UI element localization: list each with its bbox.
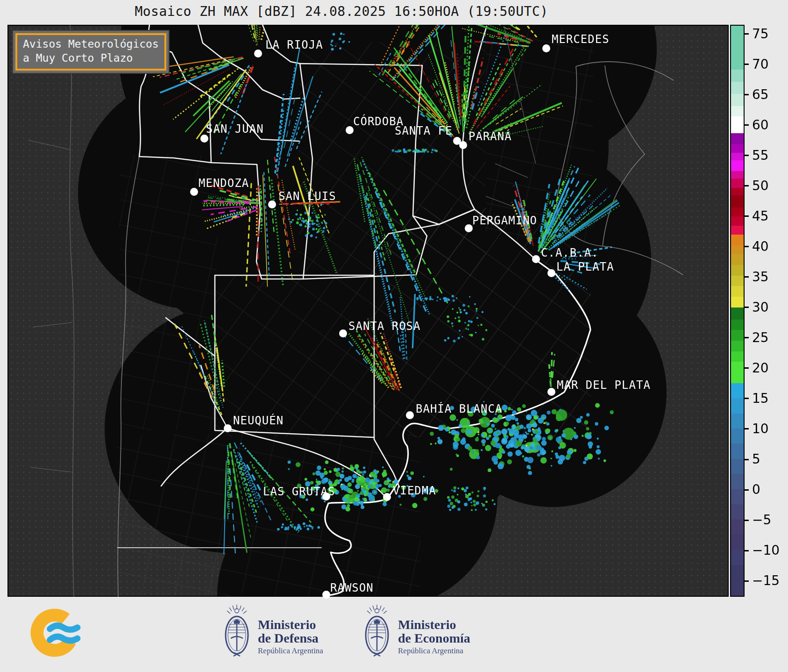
colorbar-segment [731, 383, 744, 398]
colorbar-segment [731, 414, 744, 429]
colorbar-segment [731, 116, 744, 133]
page-title: Mosaico ZH MAX [dBZ] 24.08.2025 16:50HOA… [7, 4, 675, 19]
colorbar-tick-label: 0 [752, 483, 760, 497]
colorbar-segment [731, 307, 744, 320]
colorbar-tick [745, 489, 749, 491]
dbz-colorbar [730, 25, 745, 597]
colorbar-tick-label: 65 [752, 88, 769, 102]
colorbar-tick-label: −10 [752, 543, 780, 558]
warnings-legend-line2: a Muy Corto Plazo [23, 51, 159, 65]
colorbar-segment [731, 265, 744, 276]
colorbar-tick-label: 50 [752, 179, 769, 193]
defensa-line1: Ministerio [258, 618, 323, 631]
colorbar-tick-label: 20 [752, 361, 769, 375]
colorbar-segment [731, 362, 744, 383]
colorbar-segment [731, 550, 744, 565]
colorbar-segment [731, 351, 744, 362]
economia-crest-icon [363, 604, 390, 661]
colorbar-segment [731, 320, 744, 330]
defensa-crest-icon [223, 604, 250, 661]
economia-line3: República Argentina [398, 646, 470, 656]
warnings-legend-box: Avisos Meteorológicos a Muy Corto Plazo [12, 30, 170, 74]
colorbar-segment [731, 297, 744, 307]
colorbar-tick-label: −15 [752, 574, 780, 588]
colorbar-segment [731, 443, 744, 458]
colorbar-tick [745, 94, 749, 95]
colorbar-tick [745, 124, 749, 126]
colorbar-segment [731, 429, 744, 443]
colorbar-segment [731, 474, 744, 489]
footer-logos: Servicio Meteorológico Nacional Argentin… [0, 598, 788, 672]
colorbar-tick-label: 55 [752, 149, 769, 163]
colorbar-tick [745, 33, 749, 35]
radar-coverage-layer [8, 26, 728, 596]
economia-line1: Ministerio [398, 618, 470, 631]
colorbar-segment [731, 171, 744, 179]
colorbar-segment [731, 226, 744, 235]
colorbar-tick-label: 45 [752, 209, 769, 223]
colorbar-tick [745, 459, 749, 460]
colorbar-segment [731, 235, 744, 245]
colorbar-tick [745, 398, 749, 399]
economia-text: Ministerio de Economía República Argenti… [398, 618, 470, 656]
colorbar-tick [745, 307, 749, 308]
colorbar-segment [731, 286, 744, 297]
colorbar-tick-label: 10 [752, 422, 769, 436]
colorbar-segment [731, 459, 744, 474]
colorbar-tick [745, 155, 749, 156]
colorbar-segment [731, 276, 744, 286]
colorbar-tick-label: 75 [752, 27, 769, 41]
colorbar-segment [731, 144, 744, 153]
colorbar-tick-label: −5 [752, 513, 771, 527]
colorbar-tick-label: 70 [752, 57, 769, 71]
colorbar-segment [731, 179, 744, 187]
colorbar-segment [731, 341, 744, 351]
colorbar-tick [745, 580, 749, 582]
colorbar-tick [745, 64, 749, 65]
colorbar-segment [731, 216, 744, 225]
colorbar-segment [731, 398, 744, 413]
colorbar-segment [731, 489, 744, 504]
colorbar-tick-label: 25 [752, 331, 769, 345]
colorbar-tick-label: 30 [752, 300, 769, 315]
warnings-legend-border: Avisos Meteorológicos a Muy Corto Plazo [15, 33, 166, 71]
colorbar-tick [745, 550, 749, 551]
colorbar-segment [731, 70, 744, 82]
colorbar-segment [731, 106, 744, 117]
colorbar-segment [731, 153, 744, 160]
defensa-line3: República Argentina [258, 646, 323, 656]
colorbar-segment [731, 160, 744, 171]
smn-logo-icon [30, 607, 82, 659]
colorbar-segment [731, 330, 744, 341]
colorbar-segment [731, 565, 744, 596]
colorbar-tick [745, 276, 749, 278]
colorbar-segment [731, 207, 744, 216]
warnings-legend-line1: Avisos Meteorológicos [23, 37, 159, 51]
colorbar-tick [745, 215, 749, 217]
colorbar-tick-label: 15 [752, 392, 769, 406]
colorbar-segment [731, 26, 744, 70]
radar-map [7, 25, 729, 597]
colorbar-tick [745, 185, 749, 186]
colorbar-segment [731, 133, 744, 144]
colorbar-segment [731, 195, 744, 207]
colorbar-tick [745, 367, 749, 369]
colorbar-tick [745, 246, 749, 247]
economia-line2: de Economía [398, 631, 470, 645]
colorbar-tick [745, 520, 749, 521]
colorbar-segment [731, 504, 744, 519]
colorbar-tick [745, 428, 749, 429]
colorbar-segment [731, 188, 744, 195]
radar-mosaic-screen: Mosaico ZH MAX [dBZ] 24.08.2025 16:50HOA… [0, 0, 788, 672]
colorbar-tick-label: 5 [752, 452, 760, 466]
colorbar-segment [731, 94, 744, 106]
colorbar-segment [731, 245, 744, 254]
colorbar-tick-label: 40 [752, 240, 769, 254]
colorbar-segment [731, 535, 744, 550]
colorbar-tick-label: 35 [752, 270, 769, 284]
defensa-text: Ministerio de Defensa República Argentin… [258, 618, 323, 656]
defensa-line2: de Defensa [258, 631, 323, 645]
colorbar-segment [731, 82, 744, 94]
colorbar-tick-label: 60 [752, 118, 769, 132]
colorbar-segment [731, 254, 744, 265]
